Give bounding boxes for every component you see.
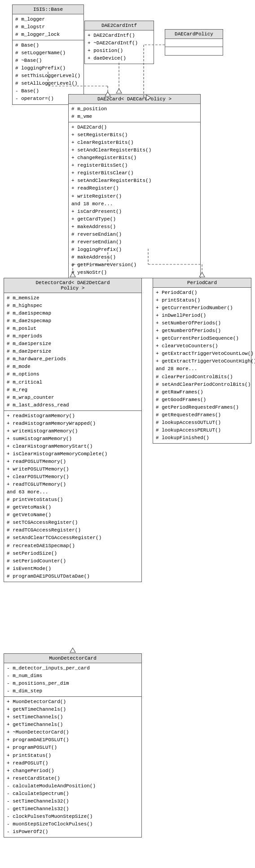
detectorcard-methods: + readHistogramMemory() + readHistogramM… <box>4 411 141 582</box>
daecardpolicy-title: DAECardPolicy <box>165 30 223 39</box>
muondetectorcard-title: MuonDetectorCard <box>4 654 141 663</box>
dae2cardintf-methods: + DAE2CardIntf() + ~DAE2CardIntf() + pos… <box>85 30 154 64</box>
daecardpolicy-section2 <box>165 47 223 55</box>
muondetectorcard-fields: - m_detector_inputs_per_card - m_num_dim… <box>4 663 141 697</box>
svg-marker-8 <box>116 89 122 93</box>
detectorcard-title: DetectorCard< DAE2DetCard Policy > <box>4 278 141 293</box>
muondetectorcard-box: MuonDetectorCard - m_detector_inputs_per… <box>4 653 142 838</box>
dae2card-fields: # m_position # m_vme <box>69 104 200 122</box>
dae2card-title: DAE2Card< DAECardPolicy > <box>69 95 200 104</box>
isis-base-fields: # m_logger # m_logstr # m_logger_lock <box>13 14 84 40</box>
daecardpolicy-box: DAECardPolicy <box>165 29 223 56</box>
periodcard-box: PeriodCard + PeriodCard() + printStatus(… <box>153 278 251 444</box>
periodcard-title: PeriodCard <box>153 278 251 288</box>
muondetectorcard-methods: + MuonDetectorCard() + getNTimeChannels(… <box>4 697 141 837</box>
dae2card-methods: + DAE2Card() + setRegisterBits() + clear… <box>69 122 200 278</box>
detectorcard-fields: # m_memsize # m_highspec # m_dae1specmap… <box>4 293 141 411</box>
daecardpolicy-section1 <box>165 39 223 47</box>
isis-base-title: ISIS::Base <box>13 5 84 14</box>
dae2cardintf-box: DAE2CardIntf + DAE2CardIntf() + ~DAE2Car… <box>84 21 154 64</box>
svg-marker-22 <box>70 648 75 652</box>
dae2cardintf-title: DAE2CardIntf <box>85 21 154 30</box>
dae2card-box: DAE2Card< DAECardPolicy > # m_position #… <box>68 94 201 278</box>
isis-base-box: ISIS::Base # m_logger # m_logstr # m_log… <box>12 4 84 105</box>
detectorcard-box: DetectorCard< DAE2DetCard Policy > # m_m… <box>4 278 142 582</box>
periodcard-methods: + PeriodCard() + printStatus() + getCurr… <box>153 288 251 443</box>
